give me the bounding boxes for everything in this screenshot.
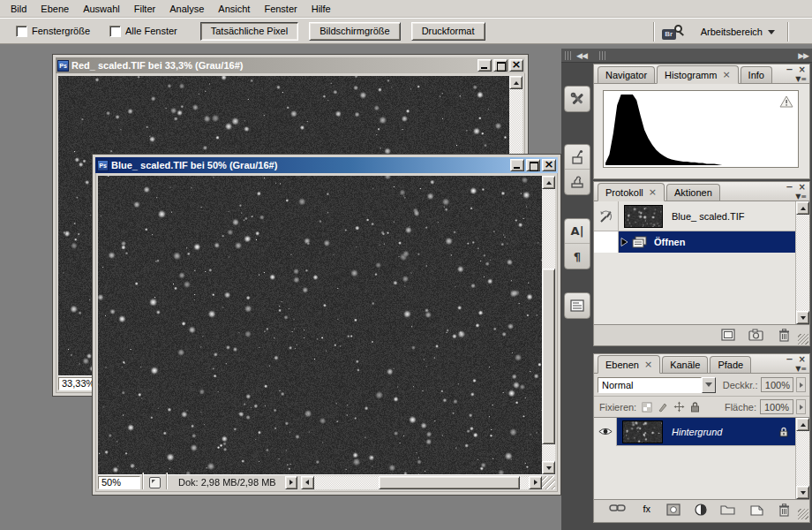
opacity-slider-button[interactable]	[796, 377, 806, 392]
window-size-checkbox[interactable]	[16, 26, 27, 37]
menu-hilfe[interactable]: Hilfe	[304, 2, 338, 16]
tab-close-icon[interactable]	[643, 186, 657, 198]
menu-ebene[interactable]: Ebene	[34, 2, 76, 16]
screen-size-button[interactable]: Bildschirmgröße	[309, 22, 400, 41]
tools-icon[interactable]	[565, 87, 590, 111]
panel-menu-icon[interactable]	[795, 364, 807, 373]
new-group-folder-icon[interactable]	[720, 504, 735, 515]
tab-kanaele[interactable]: Kanäle	[662, 356, 708, 373]
history-source-row[interactable]: Blue_ scaled.TIF	[594, 201, 795, 231]
cached-data-warning-icon[interactable]	[779, 95, 793, 108]
tab-close-icon[interactable]	[717, 69, 730, 80]
tab-aktionen[interactable]: Aktionen	[666, 184, 720, 201]
blue-zoom-level-input[interactable]	[98, 476, 140, 489]
panel-minimize-icon[interactable]: −	[786, 183, 793, 192]
window-resize-grip[interactable]	[542, 476, 555, 489]
layer-comps-icon[interactable]	[565, 293, 590, 318]
tab-histogramm[interactable]: Histogramm	[657, 65, 739, 84]
fill-slider-button[interactable]	[796, 399, 806, 414]
close-button[interactable]	[509, 59, 523, 72]
paragraph-panel-icon[interactable]: ¶	[565, 244, 590, 269]
menu-ansicht[interactable]: Ansicht	[211, 2, 257, 16]
maximize-button[interactable]	[526, 159, 540, 171]
add-layer-mask-icon[interactable]	[666, 504, 680, 516]
workspace-menu-button[interactable]: Arbeitsbereich	[695, 24, 780, 40]
minimize-button[interactable]	[510, 159, 524, 171]
history-step-row[interactable]: Öffnen	[594, 231, 795, 253]
lock-position-icon[interactable]	[673, 401, 685, 413]
layer-style-fx-icon[interactable]: fx	[643, 504, 650, 514]
panel-close-icon[interactable]: ×	[799, 183, 806, 192]
menu-auswahl[interactable]: Auswahl	[76, 2, 127, 16]
blue-hscroll-thumb[interactable]	[379, 476, 521, 489]
scroll-up-icon[interactable]	[546, 181, 552, 185]
opacity-value[interactable]: 100%	[761, 377, 793, 392]
lock-all-icon[interactable]	[690, 401, 700, 413]
tab-info[interactable]: Info	[741, 66, 772, 83]
tab-pfade[interactable]: Pfade	[710, 356, 751, 373]
scroll-down-icon[interactable]	[801, 491, 806, 495]
panel-resize-grip[interactable]	[798, 334, 808, 344]
panel-minimize-icon[interactable]: −	[786, 65, 793, 74]
tab-navigator[interactable]: Navigator	[598, 66, 655, 83]
blue-horizontal-scrollbar[interactable]	[314, 476, 529, 489]
layer-visibility-cell[interactable]	[594, 418, 617, 446]
status-popup-button[interactable]	[285, 476, 297, 489]
delete-trash-icon[interactable]	[778, 504, 790, 517]
lock-paint-icon[interactable]	[658, 402, 668, 413]
panel-minimize-icon[interactable]: −	[786, 355, 793, 364]
maximize-button[interactable]	[493, 59, 508, 72]
menu-analyse[interactable]: Analyse	[162, 2, 211, 16]
all-windows-checkbox[interactable]	[109, 26, 121, 37]
close-button[interactable]	[542, 159, 556, 171]
adjustment-layer-icon[interactable]	[695, 504, 707, 516]
blend-mode-dropdown-button[interactable]	[702, 377, 716, 393]
tab-ebenen[interactable]: Ebenen	[598, 355, 660, 374]
scroll-left-button[interactable]	[301, 476, 314, 489]
character-panel-icon[interactable]: A|	[565, 219, 590, 244]
menu-filter[interactable]: Filter	[127, 2, 162, 16]
print-size-button[interactable]: Druckformat	[411, 22, 485, 41]
history-scrollbar[interactable]	[795, 201, 809, 324]
history-brush-cell[interactable]	[594, 201, 619, 231]
layer-row-hintergrund[interactable]: Hintergrund	[594, 418, 795, 446]
delete-trash-icon[interactable]	[778, 329, 790, 342]
scroll-down-icon[interactable]	[546, 466, 552, 470]
expand-dock-icon[interactable]: ▶▶	[798, 51, 808, 60]
scroll-up-icon[interactable]	[801, 423, 806, 427]
clone-source-icon[interactable]	[565, 170, 590, 194]
scroll-down-icon[interactable]	[801, 316, 806, 320]
panel-menu-icon[interactable]	[795, 192, 807, 201]
brush-presets-icon[interactable]	[565, 145, 590, 170]
menu-fenster[interactable]: Fenster	[257, 2, 304, 16]
scroll-up-icon[interactable]	[801, 207, 806, 210]
dock-grip[interactable]	[599, 51, 607, 60]
panel-resize-grip[interactable]	[798, 509, 808, 519]
scroll-up-icon[interactable]	[514, 81, 519, 85]
new-document-from-state-icon[interactable]	[721, 329, 735, 341]
actual-pixels-button[interactable]: Tatsächliche Pixel	[200, 22, 298, 41]
panel-close-icon[interactable]: ×	[799, 65, 806, 74]
scroll-right-button[interactable]	[529, 476, 542, 489]
layers-scrollbar[interactable]	[795, 418, 809, 499]
dock-grip[interactable]	[565, 51, 573, 60]
blue-titlebar[interactable]: Ps Blue_ scaled.TIF bei 50% (Grau/16#)	[95, 157, 558, 173]
minimize-button[interactable]	[477, 59, 492, 72]
history-set-source-checkbox[interactable]	[594, 231, 619, 253]
red-titlebar[interactable]: Ps Red_ scaled.TIF bei 33,3% (Grau/16#)	[56, 57, 525, 73]
blue-image-canvas[interactable]	[98, 176, 547, 480]
fill-value[interactable]: 100%	[760, 399, 793, 414]
tab-close-icon[interactable]	[639, 359, 652, 370]
collapse-dock-icon[interactable]: ◀◀	[576, 51, 587, 60]
panel-close-icon[interactable]: ×	[799, 355, 806, 364]
new-snapshot-camera-icon[interactable]	[748, 329, 763, 341]
tab-protokoll[interactable]: Protokoll	[598, 183, 665, 201]
panel-menu-icon[interactable]	[795, 74, 807, 83]
menu-bild[interactable]: Bild	[4, 2, 34, 16]
blue-scroll-thumb[interactable]	[542, 269, 555, 444]
lock-transparency-icon[interactable]	[642, 402, 652, 413]
blue-vertical-scrollbar[interactable]	[542, 176, 555, 474]
link-layers-icon[interactable]	[609, 504, 626, 512]
new-layer-icon[interactable]	[750, 504, 763, 516]
bridge-icon[interactable]: Br	[662, 25, 683, 40]
